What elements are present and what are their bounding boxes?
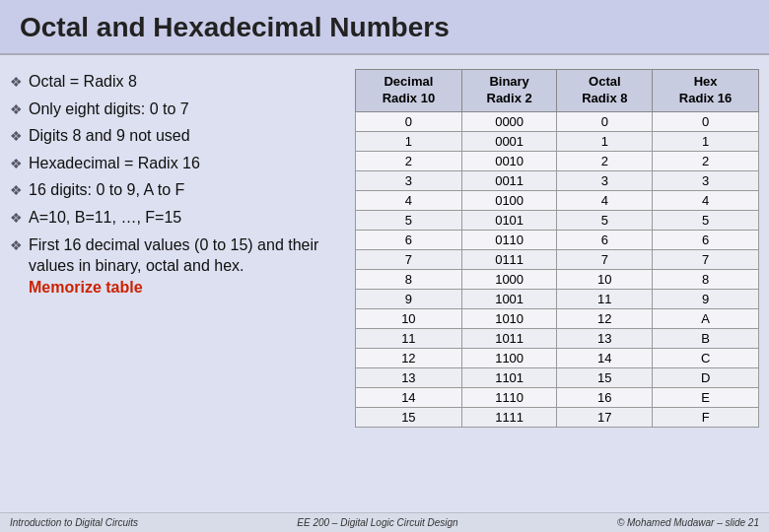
table-row: 81000108	[356, 269, 759, 289]
bullet-6: ❖ A=10, B=11, …, F=15	[10, 207, 345, 229]
table-cell: 3	[653, 170, 759, 190]
bullet-text-7: First 16 decimal values (0 to 15) and th…	[29, 234, 345, 299]
table-cell: 8	[653, 269, 759, 289]
table-row: 6011066	[356, 230, 759, 249]
bullet-2: ❖ Only eight digits: 0 to 7	[10, 99, 345, 120]
table-cell: 16	[557, 387, 653, 407]
col-header-hex: Hex Radix 16	[653, 70, 759, 112]
table-cell: 0	[557, 111, 653, 131]
table-cell: 0101	[461, 210, 557, 230]
table-cell: 11	[356, 328, 462, 348]
table-cell: 1	[356, 131, 462, 151]
table-cell: 2	[653, 151, 759, 170]
table-cell: 12	[356, 348, 462, 367]
bullet-text-2: Only eight digits: 0 to 7	[29, 99, 189, 120]
table-cell: 9	[653, 289, 759, 308]
bullet-4: ❖ Hexadecimal = Radix 16	[10, 153, 345, 174]
table-cell: 0011	[461, 170, 557, 190]
bullet-diamond-6: ❖	[10, 209, 23, 228]
table-cell: 7	[557, 249, 653, 269]
bullet-text-1: Octal = Radix 8	[29, 71, 137, 93]
table-cell: 14	[557, 348, 653, 367]
content-area: ❖ Octal = Radix 8 ❖ Only eight digits: 0…	[0, 55, 769, 512]
footer-left: Introduction to Digital Circuits	[10, 517, 138, 528]
table-cell: 13	[557, 328, 653, 348]
table-cell: 1000	[461, 269, 557, 289]
table-cell: 0001	[461, 131, 557, 151]
bullet-7: ❖ First 16 decimal values (0 to 15) and …	[10, 234, 345, 299]
table-row: 14111016E	[356, 387, 759, 407]
bullet-diamond-7: ❖	[10, 236, 23, 255]
bullet-diamond-5: ❖	[10, 181, 23, 200]
col-header-octal: Octal Radix 8	[557, 70, 653, 112]
table-cell: 1011	[461, 328, 557, 348]
table-cell: 5	[557, 210, 653, 230]
table-cell: D	[653, 367, 759, 387]
table-cell: 12	[557, 308, 653, 328]
table-cell: E	[653, 387, 759, 407]
bullet-3: ❖ Digits 8 and 9 not used	[10, 125, 345, 147]
bullet-diamond-2: ❖	[10, 100, 23, 119]
footer-right: © Mohamed Mudawar – slide 21	[617, 517, 759, 528]
table-row: 12110014C	[356, 348, 759, 367]
table-cell: 3	[356, 170, 462, 190]
table-cell: 15	[557, 367, 653, 387]
table-cell: 2	[356, 151, 462, 170]
table-cell: 5	[356, 210, 462, 230]
table-cell: 1101	[461, 367, 557, 387]
table-cell: 1001	[461, 289, 557, 308]
table-cell: 11	[557, 289, 653, 308]
table-cell: 6	[557, 230, 653, 249]
conversion-table: Decimal Radix 10 Binary Radix 2 Octal Ra…	[355, 69, 759, 428]
table-cell: C	[653, 348, 759, 367]
table-row: 5010155	[356, 210, 759, 230]
slide-title: Octal and Hexadecimal Numbers	[20, 12, 749, 43]
bullet-5: ❖ 16 digits: 0 to 9, A to F	[10, 179, 345, 201]
table-cell: 1111	[461, 407, 557, 427]
table-cell: 4	[356, 190, 462, 210]
table-cell: 8	[356, 269, 462, 289]
memorize-text: Memorize table	[29, 279, 143, 296]
table-body: 0000000100011120010223001133401004450101…	[356, 111, 759, 427]
table-cell: 0	[653, 111, 759, 131]
table-cell: 9	[356, 289, 462, 308]
bullet-1: ❖ Octal = Radix 8	[10, 71, 345, 93]
table-cell: 0110	[461, 230, 557, 249]
bullet-text-4: Hexadecimal = Radix 16	[29, 153, 200, 174]
table-row: 11101113B	[356, 328, 759, 348]
table-row: 13110115D	[356, 367, 759, 387]
table-row: 1000111	[356, 131, 759, 151]
col-header-decimal: Decimal Radix 10	[356, 70, 462, 112]
table-cell: 6	[653, 230, 759, 249]
footer-center: EE 200 – Digital Logic Circuit Design	[297, 517, 457, 528]
footer: Introduction to Digital Circuits EE 200 …	[0, 512, 769, 532]
table-cell: 4	[557, 190, 653, 210]
table-cell: B	[653, 328, 759, 348]
table-cell: 4	[653, 190, 759, 210]
table-cell: 10	[557, 269, 653, 289]
table-row: 7011177	[356, 249, 759, 269]
table-cell: F	[653, 407, 759, 427]
table-cell: A	[653, 308, 759, 328]
table-header-row: Decimal Radix 10 Binary Radix 2 Octal Ra…	[356, 70, 759, 112]
table-cell: 0000	[461, 111, 557, 131]
left-panel: ❖ Octal = Radix 8 ❖ Only eight digits: 0…	[10, 65, 345, 512]
table-cell: 1	[557, 131, 653, 151]
bullet-text-3: Digits 8 and 9 not used	[29, 125, 190, 147]
title-bar: Octal and Hexadecimal Numbers	[0, 0, 769, 55]
table-cell: 3	[557, 170, 653, 190]
table-row: 4010044	[356, 190, 759, 210]
table-row: 2001022	[356, 151, 759, 170]
table-cell: 5	[653, 210, 759, 230]
table-cell: 6	[356, 230, 462, 249]
table-cell: 1100	[461, 348, 557, 367]
col-header-binary: Binary Radix 2	[461, 70, 557, 112]
table-cell: 2	[557, 151, 653, 170]
table-cell: 15	[356, 407, 462, 427]
table-row: 0000000	[356, 111, 759, 131]
bullet-text-6: A=10, B=11, …, F=15	[29, 207, 181, 229]
table-cell: 7	[653, 249, 759, 269]
table-cell: 0100	[461, 190, 557, 210]
table-cell: 1010	[461, 308, 557, 328]
table-cell: 14	[356, 387, 462, 407]
